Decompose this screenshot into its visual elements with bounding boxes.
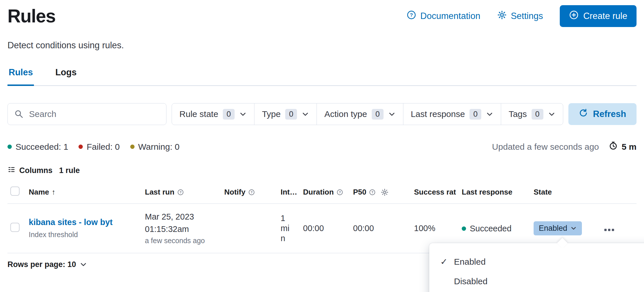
page-header: Rules ? Documentation Settings Create ru… [7, 5, 637, 27]
filter-rule-state[interactable]: Rule state 0 [172, 103, 254, 125]
filter-last-response-label: Last response [411, 109, 465, 119]
chevron-down-icon [239, 110, 247, 118]
th-last-run: Last run ? [142, 182, 221, 204]
updated-text: Updated a few seconds ago [492, 142, 599, 152]
search-icon [14, 109, 24, 119]
filter-count-badge: 0 [285, 109, 297, 120]
filter-tags[interactable]: Tags 0 [501, 103, 563, 125]
chevron-down-icon [388, 110, 396, 118]
sort-ascending-icon: ↑ [52, 188, 55, 197]
svg-text:?: ? [371, 191, 373, 194]
filter-count-badge: 0 [372, 109, 384, 120]
rule-name-link[interactable]: kibana sites - low byt [29, 218, 139, 227]
th-interval: Int… [278, 182, 300, 204]
p50-cell: 00:00 [350, 204, 411, 253]
filter-count-badge: 0 [223, 109, 235, 120]
th-interval-label: Int… [281, 188, 297, 197]
th-success-ratio: Success rat [411, 182, 459, 204]
page-subtitle: Detect conditions using rules. [7, 40, 637, 51]
refresh-icon [579, 108, 588, 120]
refresh-button[interactable]: Refresh [568, 103, 637, 125]
tab-rules[interactable]: Rules [7, 67, 34, 86]
info-icon[interactable]: ? [177, 189, 184, 196]
select-all-checkbox[interactable] [10, 187, 20, 196]
svg-text:?: ? [179, 191, 181, 194]
create-rule-label: Create rule [583, 11, 627, 21]
chevron-down-icon [302, 110, 309, 118]
status-dot-warning [130, 145, 135, 149]
last-run-relative: a few seconds ago [145, 237, 218, 245]
chevron-down-icon [80, 261, 87, 268]
status-dot-success [7, 145, 12, 149]
duration-cell: 00:00 [300, 204, 350, 253]
rows-per-page-button[interactable]: Rows per page: 10 [7, 260, 87, 269]
svg-text:?: ? [410, 12, 413, 18]
status-warning: Warning: 0 [130, 142, 180, 152]
columns-label: Columns [19, 166, 53, 175]
p50-settings-gear-icon[interactable] [381, 188, 389, 196]
tab-logs[interactable]: Logs [54, 67, 78, 85]
status-warning-label: Warning: 0 [138, 142, 180, 152]
row-checkbox[interactable] [10, 223, 20, 232]
interval-value: 1 min [281, 213, 293, 243]
check-icon: ✓ [438, 257, 449, 267]
name-cell: kibana sites - low byt Index threshold [26, 204, 142, 253]
th-actions [600, 182, 637, 204]
filter-tags-label: Tags [509, 109, 527, 119]
p50-value: 00:00 [353, 224, 374, 233]
info-icon[interactable]: ? [336, 189, 343, 196]
filter-count-badge: 0 [469, 109, 481, 120]
chevron-down-icon [486, 110, 493, 118]
search-box [7, 103, 166, 125]
status-failed: Failed: 0 [78, 142, 120, 152]
filter-last-response[interactable]: Last response 0 [403, 103, 501, 125]
auto-refresh-button[interactable]: 5 m [609, 141, 637, 152]
documentation-label: Documentation [420, 11, 480, 21]
settings-link[interactable]: Settings [497, 10, 543, 22]
th-name: Name ↑ [26, 182, 142, 204]
last-run-date: Mar 25, 2023 [145, 212, 218, 222]
search-input[interactable] [29, 109, 160, 119]
state-badge[interactable]: Enabled [534, 221, 582, 235]
duration-value: 00:00 [303, 224, 324, 233]
create-rule-button[interactable]: Create rule [560, 5, 637, 27]
info-icon[interactable]: ? [248, 189, 255, 196]
boxes-horizontal-icon [604, 229, 607, 231]
filter-bar: Rule state 0 Type 0 Action type 0 Last r… [7, 103, 637, 125]
status-row: Succeeded: 1 Failed: 0 Warning: 0 Update… [7, 141, 637, 152]
status-failed-label: Failed: 0 [87, 142, 120, 152]
popup-option-disabled-label: Disabled [454, 276, 488, 286]
popup-option-disabled[interactable]: Disabled [429, 272, 644, 291]
filter-action-type[interactable]: Action type 0 [317, 103, 403, 125]
th-duration: Duration ? [300, 182, 350, 204]
gear-icon [497, 10, 507, 22]
tabs: Rules Logs [7, 67, 637, 86]
clock-icon [609, 141, 618, 152]
actions-button[interactable] [603, 227, 616, 233]
notify-cell [221, 204, 278, 253]
documentation-link[interactable]: ? Documentation [407, 10, 480, 22]
refresh-label: Refresh [593, 109, 626, 119]
badge-chevron-icon [570, 225, 577, 231]
filter-type[interactable]: Type 0 [254, 103, 317, 125]
filter-action-type-label: Action type [324, 109, 367, 119]
status-right: Updated a few seconds ago 5 m [492, 141, 637, 152]
th-name-label: Name [29, 188, 49, 197]
th-last-response-label: Last response [462, 188, 512, 197]
info-icon[interactable]: ? [369, 189, 376, 196]
documentation-icon: ? [407, 10, 416, 22]
rule-count: 1 rule [59, 166, 80, 175]
svg-text:?: ? [250, 191, 252, 194]
last-response-health: Succeeded [462, 224, 511, 233]
last-run-cell: Mar 25, 2023 01:15:32am a few seconds ag… [142, 204, 221, 253]
status-dot-danger [78, 145, 83, 149]
columns-button[interactable]: Columns [7, 166, 53, 176]
popup-option-enabled[interactable]: ✓ Enabled [429, 252, 644, 272]
chevron-down-icon [548, 110, 555, 118]
last-run-time: 01:15:32am [145, 224, 218, 234]
auto-refresh-interval: 5 m [622, 142, 637, 152]
th-notify-label: Notify [224, 188, 246, 197]
last-response-label: Succeeded [470, 224, 511, 233]
status-succeeded: Succeeded: 1 [7, 142, 68, 152]
rules-table: Name ↑ Last run ? Notify ? [7, 182, 637, 253]
